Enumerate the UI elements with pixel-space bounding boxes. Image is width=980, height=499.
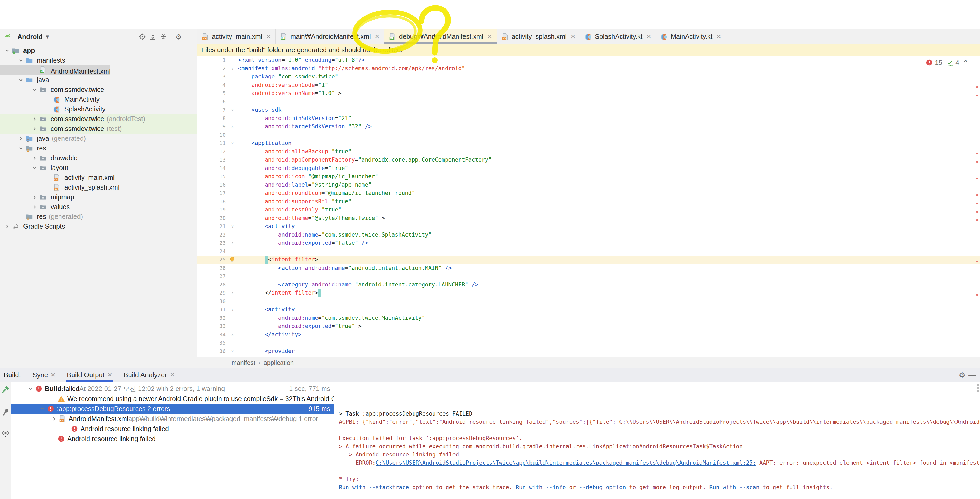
close-icon[interactable]: ✕	[170, 371, 175, 379]
build-tab-build-output[interactable]: Build Output✕	[62, 368, 117, 381]
chevron-down-icon[interactable]	[30, 86, 39, 94]
code-line[interactable]: 6	[197, 98, 980, 106]
console-link[interactable]: Run with --info	[516, 484, 566, 491]
editor-tab-activity-main-xml[interactable]: <>activity_main.xml✕	[197, 29, 275, 44]
editor-tab-activity-splash-xml[interactable]: <>activity_splash.xml✕	[497, 29, 581, 44]
tree-item-androidmanifest-xml[interactable]: MFAndroidManifest.xml	[0, 65, 110, 75]
collapse-all-icon[interactable]	[159, 32, 168, 41]
chevron-right-icon[interactable]	[30, 203, 39, 211]
code-line[interactable]: 9∧ android:targetSdkVersion="32" />	[197, 123, 980, 131]
close-icon[interactable]: ✕	[646, 33, 651, 40]
chevron-right-icon[interactable]	[49, 415, 59, 423]
tree-item-layout[interactable]: layout	[0, 163, 197, 173]
build-tree-row[interactable]: We recommend using a newer Android Gradl…	[11, 394, 334, 404]
code-line[interactable]: 10	[197, 131, 980, 139]
gear-icon[interactable]: ⚙	[174, 32, 183, 41]
code-line[interactable]: 26 <action android:name="android.intent.…	[197, 264, 980, 273]
project-view-selector[interactable]: Android ▼	[4, 32, 50, 41]
code-line[interactable]: 15 android:icon="@mipmap/ic_launcher"	[197, 172, 980, 181]
code-line[interactable]: 8 android:minSdkVersion="21"	[197, 114, 980, 123]
code-line[interactable]: 18 android:supportsRtl="true"	[197, 198, 980, 206]
quick-fix-bulb-icon[interactable]	[228, 255, 237, 264]
code-line[interactable]: 35	[197, 339, 980, 347]
chevron-down-icon[interactable]	[16, 56, 25, 64]
code-line[interactable]: 22 android:name="com.ssmdev.twice.Splash…	[197, 231, 980, 239]
build-tree-row[interactable]: Build: failed At 2022-01-27 오전 12:02 wit…	[11, 384, 334, 394]
chevron-right-icon[interactable]	[16, 135, 25, 143]
code-line[interactable]: 32 android:name="com.ssmdev.twice.MainAc…	[197, 314, 980, 322]
build-tab-sync[interactable]: Sync✕	[28, 368, 60, 381]
tree-item-res[interactable]: res(generated)	[0, 212, 197, 222]
code-line[interactable]: 1<?xml version="1.0" encoding="utf-8"?>	[197, 56, 980, 64]
code-line[interactable]: 4 android:versionCode="1"	[197, 81, 980, 89]
chevron-right-icon[interactable]	[30, 154, 39, 162]
chevron-down-icon[interactable]	[16, 144, 25, 152]
code-line[interactable]: 31∨ <activity	[197, 306, 980, 314]
code-line[interactable]: 16 android:label="@string/app_name"	[197, 181, 980, 189]
tree-item-gradle-scripts[interactable]: Gradle Scripts	[0, 222, 197, 231]
code-line[interactable]: 23∧ android:exported="false" />	[197, 239, 980, 247]
eye-options-icon[interactable]	[1, 430, 10, 439]
tree-item-manifests[interactable]: manifests	[0, 56, 197, 65]
build-tree-row[interactable]: <>AndroidManifest.xml app₩build₩intermed…	[11, 414, 334, 424]
chevron-up-icon[interactable]: ⌃	[963, 59, 968, 67]
close-icon[interactable]: ✕	[570, 33, 576, 40]
close-icon[interactable]: ✕	[374, 33, 380, 40]
close-icon[interactable]: ✕	[716, 33, 721, 40]
console-link[interactable]: C:\Users\USER\AndroidStudioProjects\Twic…	[375, 460, 756, 466]
console-link[interactable]: --debug option	[579, 484, 626, 491]
code-line[interactable]: 14 android:debuggable="true"	[197, 164, 980, 173]
code-line[interactable]: 5 android:versionName="1.0" >	[197, 89, 980, 98]
code-line[interactable]: 30	[197, 297, 980, 306]
tree-item-com-ssmdev-twice[interactable]: com.ssmdev.twice(androidTest)	[0, 114, 197, 124]
tree-item-app[interactable]: app	[0, 46, 197, 56]
chevron-down-icon[interactable]	[26, 385, 35, 392]
rerun-build-hammer-icon[interactable]	[1, 386, 10, 396]
code-line[interactable]: 29∧ </intent-filter>	[197, 289, 980, 297]
build-tree-row[interactable]: :app:processDebugResources 2 errors915 m…	[11, 404, 334, 414]
tree-item-java[interactable]: java(generated)	[0, 134, 197, 143]
error-stripe-scrollbar[interactable]	[976, 56, 979, 357]
close-icon[interactable]: ✕	[266, 33, 271, 40]
build-tree-row[interactable]: Android resource linking failed	[11, 434, 334, 444]
code-line[interactable]: 33 android:exported="true" >	[197, 322, 980, 330]
code-line[interactable]: 36∨ <provider	[197, 347, 980, 356]
code-editor[interactable]: 1<?xml version="1.0" encoding="utf-8"?>2…	[197, 56, 980, 357]
chevron-down-icon[interactable]	[16, 76, 25, 84]
code-line[interactable]: 13 android:appComponentFactory="androidx…	[197, 156, 980, 164]
code-line[interactable]: 19 android:testOnly="true"	[197, 206, 980, 214]
hide-icon[interactable]: —	[968, 371, 976, 379]
code-line[interactable]: 7∨ <uses-sdk	[197, 106, 980, 114]
code-line[interactable]: 12 android:allowBackup="true"	[197, 148, 980, 156]
tree-item-com-ssmdev-twice[interactable]: com.ssmdev.twice(test)	[0, 124, 197, 134]
tree-item-mipmap[interactable]: mipmap	[0, 192, 197, 202]
pin-icon[interactable]	[1, 408, 10, 418]
gear-icon[interactable]: ⚙	[958, 371, 966, 379]
close-icon[interactable]: ✕	[51, 371, 56, 379]
close-icon[interactable]: ✕	[107, 371, 113, 379]
tree-item-activity-splash-xml[interactable]: <>activity_splash.xml	[0, 182, 197, 192]
editor-tab-mainactivity-kt[interactable]: MainActivity.kt✕	[656, 29, 726, 44]
console-link[interactable]: Run with --stacktrace	[339, 484, 409, 491]
chevron-right-icon[interactable]	[30, 115, 39, 123]
chevron-down-icon[interactable]	[30, 164, 39, 172]
build-tab-build-analyzer[interactable]: Build Analyzer✕	[119, 368, 180, 381]
code-line[interactable]: 27	[197, 272, 980, 281]
locate-icon[interactable]	[138, 32, 146, 41]
code-line[interactable]: 2∨<manifest xmlns:android="http://schema…	[197, 64, 980, 73]
code-line[interactable]: 34∧ </activity>	[197, 330, 980, 339]
tree-item-drawable[interactable]: drawable	[0, 153, 197, 163]
editor-tab-debug-androidmanifest-xml[interactable]: MFdebug₩AndroidManifest.xml✕	[384, 29, 497, 44]
code-line[interactable]: 25 <intent-filter>	[197, 255, 980, 264]
tree-item-com-ssmdev-twice[interactable]: com.ssmdev.twice	[0, 85, 197, 94]
tree-item-mainactivity[interactable]: MainActivity	[0, 94, 197, 104]
hide-icon[interactable]: —	[185, 32, 193, 41]
breadcrumb-item-application[interactable]: application	[263, 359, 294, 367]
tree-item-java[interactable]: java	[0, 75, 197, 85]
tree-item-activity-main-xml[interactable]: <>activity_main.xml	[0, 173, 197, 182]
editor-tab-main-androidmanifest-xml[interactable]: MFmain₩AndroidManifest.xml✕	[275, 29, 384, 44]
chevron-right-icon[interactable]	[30, 193, 39, 201]
chevron-down-icon[interactable]	[38, 405, 47, 413]
code-line[interactable]: 17 android:roundIcon="@mipmap/ic_launche…	[197, 189, 980, 198]
inspection-widget[interactable]: 15 4 ⌃	[925, 59, 968, 67]
